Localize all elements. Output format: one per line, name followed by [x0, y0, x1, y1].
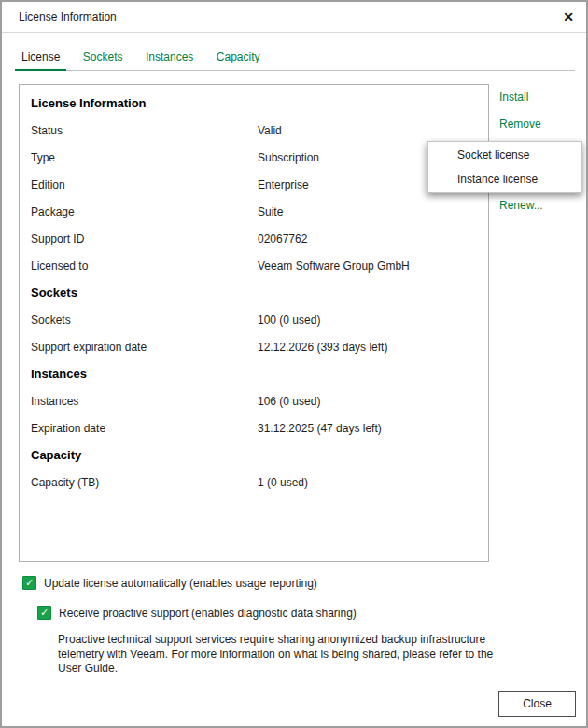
row-label: Instances — [31, 395, 258, 408]
row-support-expiration-date: Support expiration date 12.12.2026 (393 … — [31, 333, 488, 360]
tab-license[interactable]: License — [15, 34, 66, 71]
remove-link[interactable]: Remove — [499, 118, 541, 131]
tab-capacity[interactable]: Capacity — [210, 34, 267, 71]
license-info-panel: License Information Status Valid Type Su… — [19, 84, 489, 562]
row-edition: Edition Enterprise — [31, 171, 488, 198]
row-capacity-tb: Capacity (TB) 1 (0 used) — [31, 469, 488, 496]
row-support-id: Support ID 02067762 — [31, 225, 488, 252]
tab-instances[interactable]: Instances — [139, 34, 200, 71]
menu-item-socket-license[interactable]: Socket license — [428, 143, 581, 167]
row-label: Expiration date — [31, 422, 258, 435]
row-sockets: Sockets 100 (0 used) — [31, 306, 488, 333]
row-value: Subscription — [258, 151, 319, 164]
row-label: Support ID — [31, 232, 258, 245]
remove-context-menu: Socket license Instance license — [427, 141, 582, 193]
dialog-title: License Information — [19, 2, 117, 32]
section-heading-sockets: Sockets — [31, 279, 488, 306]
row-label: Edition — [31, 178, 258, 191]
tab-sockets[interactable]: Sockets — [77, 34, 130, 71]
tab-bar: License Sockets Instances Capacity — [15, 34, 575, 71]
row-value: Enterprise — [258, 178, 309, 191]
row-value: 1 (0 used) — [258, 476, 308, 489]
proactive-support-checkbox[interactable]: ✓ — [37, 606, 51, 620]
row-instances: Instances 106 (0 used) — [31, 387, 488, 414]
row-value: Veeam Software Group GmbH — [258, 259, 410, 273]
row-label: Licensed to — [31, 259, 258, 273]
row-label: Type — [31, 151, 258, 164]
row-package: Package Suite — [31, 198, 488, 225]
check-icon: ✓ — [25, 577, 34, 588]
update-license-checkbox-row: ✓ Update license automatically (enables … — [22, 576, 317, 590]
proactive-support-checkbox-row: ✓ Receive proactive support (enables dia… — [37, 606, 357, 620]
menu-item-instance-license[interactable]: Instance license — [428, 167, 581, 191]
update-license-label: Update license automatically (enables us… — [44, 577, 317, 590]
row-value: 106 (0 used) — [258, 395, 320, 408]
install-link[interactable]: Install — [499, 91, 528, 104]
row-value: 100 (0 used) — [258, 314, 320, 327]
close-button[interactable]: Close — [498, 691, 576, 717]
section-heading-license-information: License Information — [31, 90, 488, 117]
row-licensed-to: Licensed to Veeam Software Group GmbH — [31, 252, 488, 279]
row-value: 02067762 — [258, 232, 307, 245]
row-label: Sockets — [31, 314, 258, 327]
row-label: Capacity (TB) — [31, 476, 258, 489]
row-type: Type Subscription — [31, 144, 488, 171]
proactive-support-description: Proactive technical support services req… — [58, 633, 504, 677]
check-icon: ✓ — [40, 607, 49, 618]
proactive-support-label: Receive proactive support (enables diagn… — [59, 607, 357, 620]
section-heading-instances: Instances — [31, 360, 488, 387]
row-value: Suite — [258, 205, 283, 218]
row-value: 12.12.2026 (393 days left) — [258, 341, 387, 354]
row-value: Valid — [258, 124, 282, 137]
update-license-checkbox[interactable]: ✓ — [22, 576, 36, 590]
title-bar: License Information ✕ — [2, 2, 586, 33]
close-icon[interactable]: ✕ — [563, 2, 574, 32]
row-value: 31.12.2025 (47 days left) — [258, 422, 382, 435]
license-information-dialog: License Information ✕ License Sockets In… — [0, 0, 588, 728]
renew-link[interactable]: Renew... — [499, 199, 543, 212]
row-label: Package — [31, 205, 258, 218]
row-label: Support expiration date — [31, 341, 258, 354]
row-status: Status Valid — [31, 117, 488, 144]
row-expiration-date: Expiration date 31.12.2025 (47 days left… — [31, 414, 488, 441]
section-heading-capacity: Capacity — [31, 441, 488, 469]
row-label: Status — [31, 124, 258, 137]
